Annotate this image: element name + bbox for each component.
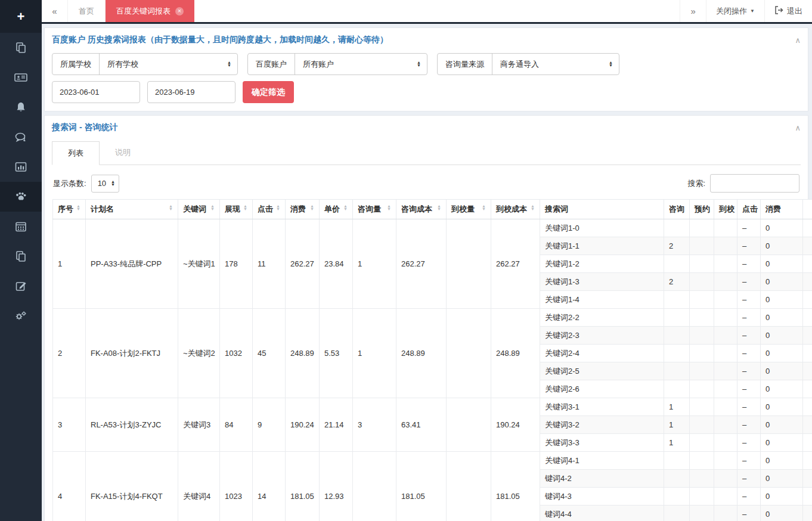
cell-spend: 0 bbox=[761, 237, 803, 255]
sidebar-item-settings[interactable] bbox=[0, 301, 42, 331]
tabs-scroll-left-button[interactable]: « bbox=[42, 0, 68, 22]
cell-spend: 0 bbox=[761, 416, 803, 434]
date-from-input[interactable] bbox=[52, 81, 140, 103]
select-spinner-icon: ▲▼ bbox=[227, 61, 231, 67]
tab-list[interactable]: 列表 bbox=[52, 141, 100, 165]
tab-close-icon[interactable]: × bbox=[175, 7, 184, 15]
cell-click: – bbox=[737, 273, 761, 291]
cell-click: – bbox=[737, 452, 761, 470]
cell-visit-cost: 248.89 bbox=[491, 309, 540, 398]
cell-spacer bbox=[803, 398, 812, 416]
cell-spend: 0 bbox=[761, 273, 803, 291]
close-operations-dropdown[interactable]: 关闭操作 ▼ bbox=[706, 0, 764, 22]
col-header-seq[interactable]: 序号▲▼ bbox=[53, 200, 86, 219]
sidebar-item-documents[interactable] bbox=[0, 33, 42, 63]
cell-reserve bbox=[690, 416, 714, 434]
col-header-impressions[interactable]: 展现▲▼ bbox=[220, 200, 253, 219]
cell-inquiry: 2 bbox=[664, 273, 690, 291]
sidebar-item-files[interactable] bbox=[0, 241, 42, 271]
cell-reserve bbox=[690, 452, 714, 470]
cell-search-term: 关键词2-2 bbox=[540, 309, 664, 327]
search-input[interactable] bbox=[710, 174, 799, 193]
cell-click: – bbox=[737, 291, 761, 309]
cell-unit-price: 5.53 bbox=[320, 309, 353, 398]
cell-reserve bbox=[690, 237, 714, 255]
tab-baidu-keyword-report[interactable]: 百度关键词报表 × bbox=[106, 0, 194, 22]
cell-reserve bbox=[690, 380, 714, 398]
cell-unit-price: 23.84 bbox=[320, 219, 353, 309]
cell-plan: FK-A15-计划4-FKQT bbox=[86, 452, 178, 521]
tab-home[interactable]: 首页 bbox=[68, 0, 106, 22]
cell-reserve bbox=[690, 345, 714, 362]
col-header-visit-cost[interactable]: 到校成本▲▼ bbox=[491, 200, 540, 219]
sort-icon: ▲▼ bbox=[210, 205, 215, 210]
col-header-keyword[interactable]: 关键词▲▼ bbox=[178, 200, 220, 219]
cell-click: – bbox=[737, 327, 761, 345]
cell-spend: 0 bbox=[761, 255, 803, 273]
cell-cost: 248.89 bbox=[286, 309, 320, 398]
cell-inquiries: 1 bbox=[353, 309, 396, 398]
col-header-plan[interactable]: 计划名▲▼ bbox=[86, 200, 178, 219]
cell-click: – bbox=[737, 345, 761, 362]
col-header-inquiries[interactable]: 咨询量▲▼ bbox=[353, 200, 396, 219]
sidebar-item-calendar[interactable] bbox=[0, 212, 42, 241]
edit-icon bbox=[15, 280, 27, 292]
cell-reserve bbox=[690, 470, 714, 488]
cell-seq: 4 bbox=[53, 452, 86, 521]
filter-panel: 百度账户 历史搜索词报表（由于数据量大，且时间跨度越大，加载时间越久，请耐心等待… bbox=[44, 27, 808, 111]
cell-spacer bbox=[803, 237, 812, 255]
col-header-clicks[interactable]: 点击▲▼ bbox=[253, 200, 286, 219]
account-filter-group: 百度账户 所有账户 ▲▼ bbox=[247, 53, 427, 75]
cell-clicks: 45 bbox=[253, 309, 286, 398]
sidebar-item-edit[interactable] bbox=[0, 271, 42, 301]
tabs-scroll-right-button[interactable]: » bbox=[680, 0, 706, 22]
sidebar-item-messages[interactable] bbox=[0, 122, 42, 152]
source-select[interactable]: 商务通导入 ▲▼ bbox=[492, 54, 619, 75]
sort-icon: ▲▼ bbox=[482, 205, 486, 210]
cell-click: – bbox=[737, 255, 761, 273]
col-header-unit-price[interactable]: 单价▲▼ bbox=[320, 200, 353, 219]
cell-spacer bbox=[803, 219, 812, 237]
sidebar-add-button[interactable]: + bbox=[0, 0, 42, 33]
col-header-spacer bbox=[803, 200, 812, 219]
col-header-cost[interactable]: 消费▲▼ bbox=[286, 200, 320, 219]
school-select[interactable]: 所有学校 ▲▼ bbox=[100, 54, 237, 75]
collapse-panel-icon[interactable]: ∧ bbox=[795, 123, 801, 132]
sidebar-item-reports[interactable] bbox=[0, 152, 42, 182]
caret-down-icon: ▼ bbox=[750, 8, 755, 14]
date-to-input[interactable] bbox=[147, 81, 235, 103]
logout-button[interactable]: 退出 bbox=[764, 0, 812, 22]
paw-icon bbox=[14, 191, 27, 203]
account-select[interactable]: 所有账户 ▲▼ bbox=[295, 54, 427, 75]
id-card-icon bbox=[14, 72, 27, 83]
comments-icon bbox=[14, 131, 27, 143]
cell-spacer bbox=[803, 470, 812, 488]
cell-reserve bbox=[690, 506, 714, 521]
cell-visit-count bbox=[447, 309, 491, 398]
page-length-select[interactable]: 10 ▲▼ bbox=[91, 175, 119, 193]
table-row: 4FK-A15-计划4-FKQT关键词4102314181.0512.93181… bbox=[53, 452, 812, 470]
confirm-filter-button[interactable]: 确定筛选 bbox=[243, 81, 294, 103]
cell-inquiry bbox=[664, 506, 690, 521]
cell-clicks: 9 bbox=[253, 398, 286, 452]
cell-impressions: 1023 bbox=[220, 452, 253, 521]
cell-search-term: 关键词3-1 bbox=[540, 398, 664, 416]
plus-icon: + bbox=[17, 9, 25, 24]
col-header-inquiry-cost[interactable]: 咨询成本▲▼ bbox=[396, 200, 447, 219]
sidebar-item-notifications[interactable] bbox=[0, 92, 42, 122]
sidebar-item-news[interactable] bbox=[0, 63, 42, 92]
stats-tabs: 列表 说明 bbox=[52, 141, 801, 165]
cell-click: – bbox=[737, 362, 761, 380]
cell-inquiry bbox=[664, 470, 690, 488]
cell-click: – bbox=[737, 309, 761, 327]
cell-search-term: 关键词1-4 bbox=[540, 291, 664, 309]
collapse-panel-icon[interactable]: ∧ bbox=[795, 36, 801, 45]
tab-description[interactable]: 说明 bbox=[100, 141, 146, 165]
cell-click: – bbox=[737, 237, 761, 255]
cell-cost: 190.24 bbox=[286, 398, 320, 452]
cell-search-term: 关键词2-5 bbox=[540, 362, 664, 380]
sidebar-item-baidu[interactable] bbox=[0, 182, 42, 212]
col-header-visit-count[interactable]: 到校量▲▼ bbox=[447, 200, 491, 219]
cell-spacer bbox=[803, 506, 812, 521]
cell-search-term: 关键词4-1 bbox=[540, 452, 664, 470]
